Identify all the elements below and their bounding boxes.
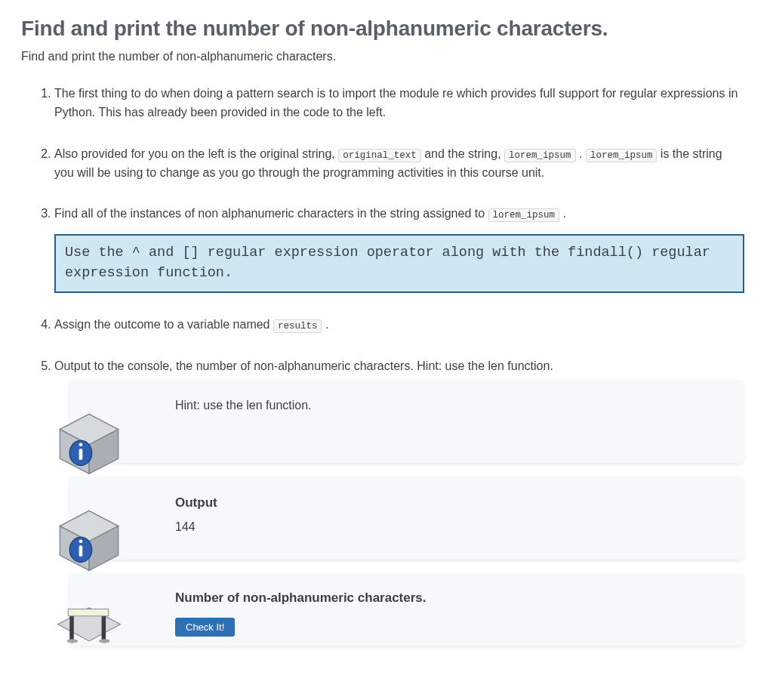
step-4-text-a: Assign the outcome to a variable named bbox=[54, 318, 273, 331]
step-5: Output to the console, the number of non… bbox=[54, 357, 752, 646]
svg-rect-5 bbox=[79, 449, 83, 461]
hint-card-text: Hint: use the len function. bbox=[175, 396, 726, 415]
step-1: The first thing to do when doing a patte… bbox=[54, 85, 752, 122]
step-3-text-b: . bbox=[559, 207, 566, 220]
page-title: Find and print the number of non-alphanu… bbox=[21, 12, 752, 45]
svg-point-17 bbox=[99, 640, 110, 644]
step-3: Find all of the instances of non alphanu… bbox=[54, 205, 752, 292]
svg-rect-15 bbox=[68, 609, 108, 616]
info-cube-icon bbox=[54, 505, 124, 575]
step-4-text-b: . bbox=[322, 318, 328, 331]
code-lorem-ipsum-2: lorem_ipsum bbox=[586, 149, 658, 162]
svg-point-4 bbox=[79, 443, 83, 447]
step-4: Assign the outcome to a variable named r… bbox=[54, 316, 752, 335]
code-lorem-ipsum-1: lorem_ipsum bbox=[504, 149, 576, 162]
step-3-text-a: Find all of the instances of non alphanu… bbox=[54, 207, 488, 220]
steps-list: The first thing to do when doing a patte… bbox=[21, 85, 752, 646]
step-1-text: The first thing to do when doing a patte… bbox=[54, 87, 738, 119]
svg-rect-11 bbox=[79, 546, 83, 557]
step-5-text: Output to the console, the number of non… bbox=[54, 359, 553, 372]
check-title: Number of non-alphanumeric characters. bbox=[175, 588, 726, 608]
hint-callout: Use the ^ and [] regular expression oper… bbox=[54, 234, 744, 293]
check-card: Number of non-alphanumeric characters. C… bbox=[69, 573, 744, 645]
output-title: Output bbox=[175, 493, 726, 513]
output-value: 144 bbox=[175, 518, 726, 537]
step-2-text-a: Also provided for you on the left is the… bbox=[54, 147, 338, 160]
code-lorem-ipsum-3: lorem_ipsum bbox=[488, 208, 560, 222]
page-subtitle: Find and print the number of non-alphanu… bbox=[21, 48, 752, 66]
step-2: Also provided for you on the left is the… bbox=[54, 145, 752, 183]
hint-card: Hint: use the len function. bbox=[69, 380, 744, 463]
code-original-text: original_text bbox=[338, 149, 421, 162]
check-it-button[interactable]: Check It! bbox=[175, 618, 235, 637]
output-card: Output 144 bbox=[69, 476, 744, 560]
cards-area: Hint: use the len function. Output 144 bbox=[54, 380, 744, 645]
hurdle-icon bbox=[54, 588, 124, 658]
svg-point-16 bbox=[67, 640, 79, 644]
step-2-text-c: . bbox=[576, 147, 586, 160]
step-2-text-b: and the string, bbox=[421, 147, 504, 160]
svg-point-10 bbox=[79, 540, 83, 544]
code-results: results bbox=[273, 319, 322, 333]
info-cube-icon bbox=[54, 409, 124, 478]
